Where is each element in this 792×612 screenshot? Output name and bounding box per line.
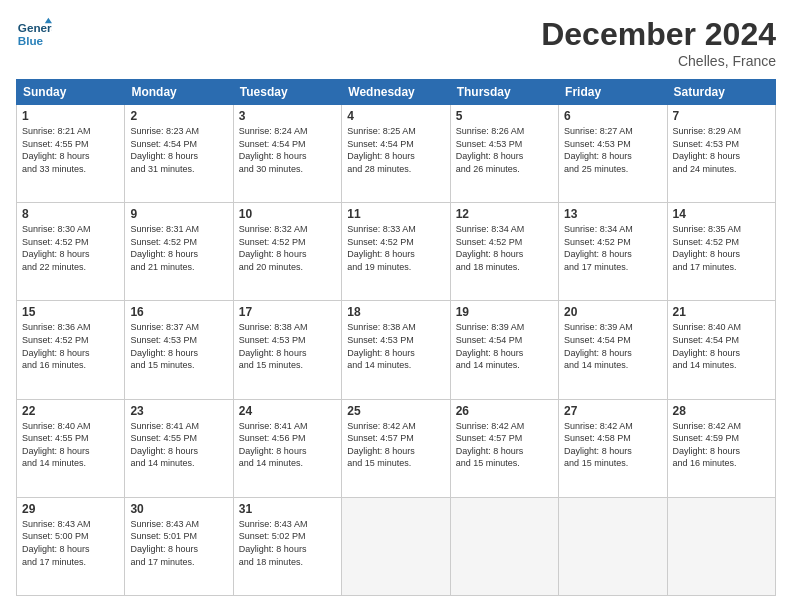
table-row: 2Sunrise: 8:23 AMSunset: 4:54 PMDaylight… (125, 105, 233, 203)
table-row: 15Sunrise: 8:36 AMSunset: 4:52 PMDayligh… (17, 301, 125, 399)
logo: General Blue (16, 16, 52, 52)
table-row: 10Sunrise: 8:32 AMSunset: 4:52 PMDayligh… (233, 203, 341, 301)
table-row (450, 497, 558, 595)
table-row: 16Sunrise: 8:37 AMSunset: 4:53 PMDayligh… (125, 301, 233, 399)
table-row: 21Sunrise: 8:40 AMSunset: 4:54 PMDayligh… (667, 301, 775, 399)
location: Chelles, France (541, 53, 776, 69)
table-row: 4Sunrise: 8:25 AMSunset: 4:54 PMDaylight… (342, 105, 450, 203)
table-row (342, 497, 450, 595)
logo-icon: General Blue (16, 16, 52, 52)
title-area: December 2024 Chelles, France (541, 16, 776, 69)
col-monday: Monday (125, 80, 233, 105)
col-friday: Friday (559, 80, 667, 105)
col-sunday: Sunday (17, 80, 125, 105)
table-row: 14Sunrise: 8:35 AMSunset: 4:52 PMDayligh… (667, 203, 775, 301)
table-row: 31Sunrise: 8:43 AMSunset: 5:02 PMDayligh… (233, 497, 341, 595)
table-row (667, 497, 775, 595)
table-row (559, 497, 667, 595)
header: General Blue December 2024 Chelles, Fran… (16, 16, 776, 69)
table-row: 11Sunrise: 8:33 AMSunset: 4:52 PMDayligh… (342, 203, 450, 301)
table-row: 25Sunrise: 8:42 AMSunset: 4:57 PMDayligh… (342, 399, 450, 497)
table-row: 13Sunrise: 8:34 AMSunset: 4:52 PMDayligh… (559, 203, 667, 301)
calendar-table: Sunday Monday Tuesday Wednesday Thursday… (16, 79, 776, 596)
table-row: 5Sunrise: 8:26 AMSunset: 4:53 PMDaylight… (450, 105, 558, 203)
table-row: 9Sunrise: 8:31 AMSunset: 4:52 PMDaylight… (125, 203, 233, 301)
table-row: 12Sunrise: 8:34 AMSunset: 4:52 PMDayligh… (450, 203, 558, 301)
table-row: 1Sunrise: 8:21 AMSunset: 4:55 PMDaylight… (17, 105, 125, 203)
col-tuesday: Tuesday (233, 80, 341, 105)
table-row: 23Sunrise: 8:41 AMSunset: 4:55 PMDayligh… (125, 399, 233, 497)
table-row: 17Sunrise: 8:38 AMSunset: 4:53 PMDayligh… (233, 301, 341, 399)
table-row: 3Sunrise: 8:24 AMSunset: 4:54 PMDaylight… (233, 105, 341, 203)
table-row: 27Sunrise: 8:42 AMSunset: 4:58 PMDayligh… (559, 399, 667, 497)
table-row: 20Sunrise: 8:39 AMSunset: 4:54 PMDayligh… (559, 301, 667, 399)
table-row: 26Sunrise: 8:42 AMSunset: 4:57 PMDayligh… (450, 399, 558, 497)
table-row: 28Sunrise: 8:42 AMSunset: 4:59 PMDayligh… (667, 399, 775, 497)
table-row: 7Sunrise: 8:29 AMSunset: 4:53 PMDaylight… (667, 105, 775, 203)
header-row: Sunday Monday Tuesday Wednesday Thursday… (17, 80, 776, 105)
table-row: 19Sunrise: 8:39 AMSunset: 4:54 PMDayligh… (450, 301, 558, 399)
table-row: 8Sunrise: 8:30 AMSunset: 4:52 PMDaylight… (17, 203, 125, 301)
table-row: 30Sunrise: 8:43 AMSunset: 5:01 PMDayligh… (125, 497, 233, 595)
table-row: 22Sunrise: 8:40 AMSunset: 4:55 PMDayligh… (17, 399, 125, 497)
table-row: 18Sunrise: 8:38 AMSunset: 4:53 PMDayligh… (342, 301, 450, 399)
table-row: 24Sunrise: 8:41 AMSunset: 4:56 PMDayligh… (233, 399, 341, 497)
month-title: December 2024 (541, 16, 776, 53)
table-row: 29Sunrise: 8:43 AMSunset: 5:00 PMDayligh… (17, 497, 125, 595)
page: General Blue December 2024 Chelles, Fran… (0, 0, 792, 612)
col-saturday: Saturday (667, 80, 775, 105)
table-row: 6Sunrise: 8:27 AMSunset: 4:53 PMDaylight… (559, 105, 667, 203)
svg-text:Blue: Blue (18, 34, 44, 47)
col-wednesday: Wednesday (342, 80, 450, 105)
col-thursday: Thursday (450, 80, 558, 105)
